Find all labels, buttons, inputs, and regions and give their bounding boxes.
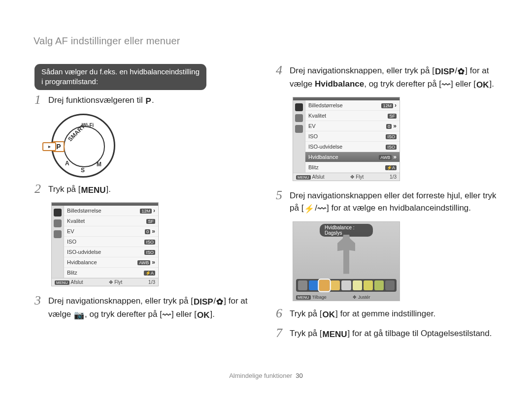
page-footer: Almindelige funktioner 30 bbox=[0, 372, 532, 379]
step-body: Drej funktionsvælgeren til P. bbox=[48, 93, 251, 108]
step-body: Tryk på [MENU] for at gå tilbage til Opt… bbox=[290, 327, 498, 341]
wb-swatch bbox=[319, 279, 330, 291]
menu-item-label: Hvidbalance bbox=[67, 259, 97, 265]
camera-menu-screenshot-2: Billedstørrelse12M›KvalitetSFEV0»ISOISOI… bbox=[293, 97, 400, 181]
menu-icon: MENU bbox=[81, 185, 106, 197]
intro-line1: Sådan vælger du f.eks. en hvidbalanceind… bbox=[41, 67, 200, 76]
menu-item-value: ISO bbox=[144, 240, 155, 245]
step-3: 3 Drej navigationsknappen, eller tryk på… bbox=[34, 294, 251, 321]
right-column: 4 Drej navigationsknappen, eller tryk på… bbox=[276, 64, 498, 347]
adjust-icon: ✥ bbox=[353, 295, 357, 300]
ok-icon: OK bbox=[197, 309, 210, 322]
tab-settings-icon bbox=[295, 125, 303, 133]
step-number: 3 bbox=[34, 294, 45, 307]
dial-wifi: Wi-Fi bbox=[82, 123, 94, 128]
flash-icon: ⚡ bbox=[303, 203, 315, 216]
wb-swatch bbox=[385, 280, 395, 290]
tab-camera-icon bbox=[54, 209, 62, 216]
page-counter: 1/3 bbox=[390, 174, 397, 180]
menu-list: Billedstørrelse12M›KvalitetSFEV0»ISOISOI… bbox=[305, 100, 399, 173]
menu-item-value: ⚡A bbox=[385, 165, 397, 170]
menu-row: ISOISO bbox=[64, 237, 158, 247]
left-column: 1 Drej funktionsvælgeren til P. SMART Wi… bbox=[34, 93, 251, 328]
menu-item-label: Hvidbalance bbox=[308, 154, 338, 160]
step-number: 2 bbox=[34, 183, 45, 195]
menu-item-value: 12M bbox=[381, 103, 393, 108]
menu-item-label: EV bbox=[67, 228, 74, 234]
step-body: Drej navigationsknappen eller det forres… bbox=[290, 189, 498, 215]
step-body: Drej navigationsknappen, eller tryk på [… bbox=[48, 294, 251, 321]
manual-page: Valg AF indstillinger eller menuer Sådan… bbox=[0, 0, 532, 401]
step-7: 7 Tryk på [MENU] for at gå tilbage til O… bbox=[276, 327, 498, 341]
menu-item-label: ISO-udvidelse bbox=[67, 249, 101, 255]
step-body: Tryk på [MENU]. bbox=[48, 183, 251, 197]
menu-item-label: Blitz bbox=[67, 270, 77, 276]
dial-m: M bbox=[97, 161, 101, 168]
step-body: Drej navigationsknappen, eller tryk på [… bbox=[290, 64, 498, 91]
move-icon: ✥ bbox=[109, 279, 113, 285]
menu-row: HvidbalanceAWB» bbox=[305, 152, 399, 162]
menu-row: Billedstørrelse12M› bbox=[64, 206, 158, 216]
disp-icon: DISP bbox=[434, 66, 455, 78]
tab-settings-icon bbox=[54, 230, 62, 238]
wb-swatch bbox=[309, 280, 318, 290]
step-number: 6 bbox=[276, 307, 287, 320]
menu-row: KvalitetSF bbox=[64, 216, 158, 226]
page-counter: 1/3 bbox=[148, 279, 155, 285]
menu-item-value: AWB bbox=[379, 155, 392, 160]
menu-row: EV0» bbox=[305, 121, 399, 131]
menu-row: ISO-udvidelseISO bbox=[305, 142, 399, 152]
menu-footer: MENUAfslut ✥ Flyt 1/3 bbox=[293, 173, 399, 181]
step-6: 6 Tryk på [OK] for at gemme indstillinge… bbox=[276, 307, 498, 321]
wb-swatch bbox=[364, 280, 373, 290]
menu-row: ISO-udvidelseISO bbox=[64, 247, 158, 257]
menu-item-label: Billedstørrelse bbox=[67, 208, 101, 214]
dial-pointer: ▸ bbox=[42, 142, 56, 151]
chevron-right-icon: › bbox=[153, 207, 155, 214]
menu-item-label: ISO-udvidelse bbox=[308, 144, 342, 150]
step-body: Tryk på [OK] for at gemme indstillinger. bbox=[290, 307, 498, 321]
chevron-double-right-icon: » bbox=[152, 259, 155, 266]
tab-video-icon bbox=[295, 114, 303, 122]
mode-p-icon: P bbox=[145, 95, 152, 108]
hvidbalance-label: Hvidbalance bbox=[315, 79, 364, 89]
disp-icon: DISP bbox=[193, 296, 214, 308]
mode-dial-illustration: SMART Wi-Fi P A S M ▸ bbox=[51, 114, 115, 178]
section-name: Almindelige funktioner bbox=[229, 372, 292, 379]
wb-swatch-strip bbox=[296, 279, 397, 292]
menu-row: EV0» bbox=[64, 226, 158, 237]
page-title: Valg AF indstillinger eller menuer bbox=[33, 35, 180, 47]
menu-item-label: EV bbox=[308, 123, 316, 129]
silhouette-figure bbox=[332, 235, 361, 274]
menu-button-icon: MENU bbox=[296, 295, 311, 300]
menu-item-label: ISO bbox=[67, 239, 76, 245]
menu-row: HvidbalanceAWB» bbox=[64, 257, 158, 268]
menu-item-value: AWB bbox=[137, 260, 150, 265]
chevron-double-right-icon: » bbox=[393, 123, 397, 129]
menu-tabs bbox=[293, 100, 305, 173]
step-number: 1 bbox=[34, 93, 45, 106]
ok-icon: OK bbox=[476, 79, 490, 92]
page-number: 30 bbox=[296, 372, 302, 379]
menu-list: Billedstørrelse12M›KvalitetSFEV0»ISOISOI… bbox=[64, 206, 158, 278]
wb-footer: MENUTilbage ✥ Justér bbox=[296, 295, 397, 300]
menu-item-label: Billedstørrelse bbox=[308, 102, 343, 108]
intro-line2: i programtilstand: bbox=[41, 77, 98, 86]
dial-a: A bbox=[65, 160, 69, 167]
menu-item-value: ISO bbox=[386, 134, 397, 139]
menu-item-label: Blitz bbox=[308, 164, 319, 170]
menu-item-value: 0 bbox=[386, 124, 392, 129]
menu-row: Billedstørrelse12M› bbox=[305, 100, 399, 111]
tab-video-icon bbox=[54, 219, 62, 227]
camera-icon: 📷 bbox=[73, 309, 85, 322]
camera-menu-screenshot-1: Billedstørrelse12M›KvalitetSFEV0»ISOISOI… bbox=[51, 202, 159, 286]
menu-row: Blitz⚡A bbox=[305, 162, 399, 173]
intro-pill: Sådan vælger du f.eks. en hvidbalanceind… bbox=[34, 64, 206, 90]
menu-button-icon: MENU bbox=[296, 175, 311, 180]
menu-item-value: ISO bbox=[386, 145, 397, 150]
timer-icon: 〰 bbox=[317, 203, 327, 216]
menu-button-icon: MENU bbox=[55, 280, 69, 285]
menu-icon: MENU bbox=[322, 329, 348, 341]
wb-swatch bbox=[374, 280, 384, 290]
wb-preview-screenshot: Hvidbalance : Dagslys MENUTilbage ✥ Just… bbox=[293, 221, 400, 301]
